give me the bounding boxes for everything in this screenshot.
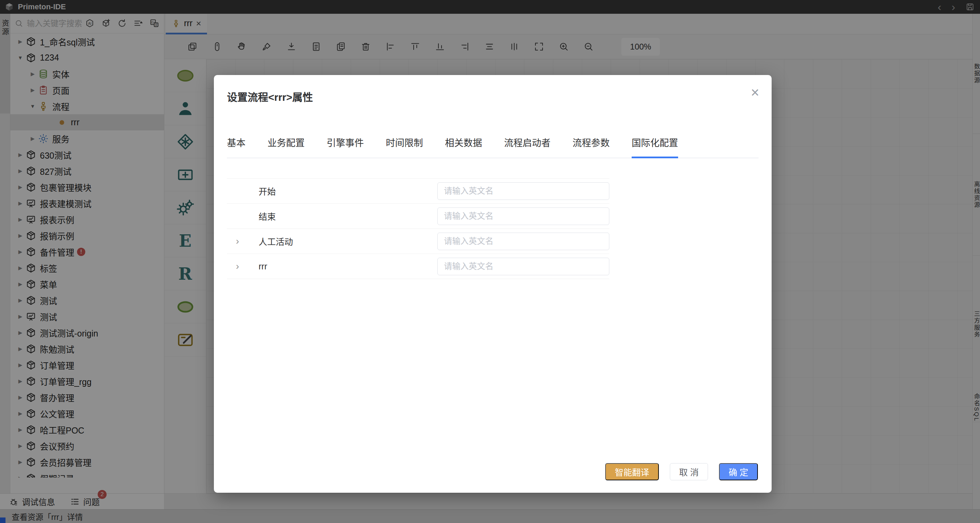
english-name-input[interactable] <box>438 258 609 275</box>
i18n-row: 开始 <box>227 179 609 204</box>
cancel-button[interactable]: 取 消 <box>670 463 708 480</box>
dialog-tab[interactable]: 流程参数 <box>573 136 610 158</box>
row-label: 人工活动 <box>259 235 438 247</box>
i18n-row: › 人工活动 <box>227 229 609 254</box>
dialog-tab[interactable]: 国际化配置 <box>632 136 678 158</box>
dialog-tab[interactable]: 相关数据 <box>445 136 482 158</box>
dialog-footer: 智能翻译 取 消 确 定 <box>605 463 758 480</box>
dialog-tab[interactable]: 基本 <box>227 136 245 158</box>
process-properties-dialog: 设置流程<rrr>属性 × 基本 业务配置 引擎事件 时间限制 相关数据 流程启… <box>214 75 772 493</box>
i18n-row: 结束 <box>227 204 609 229</box>
dialog-tab[interactable]: 业务配置 <box>267 136 305 158</box>
i18n-row: › rrr <box>227 254 609 279</box>
confirm-button[interactable]: 确 定 <box>719 463 758 480</box>
english-name-input[interactable] <box>438 182 609 200</box>
row-label: rrr <box>259 262 438 271</box>
smart-translate-button[interactable]: 智能翻译 <box>605 463 659 480</box>
dialog-title: 设置流程<rrr>属性 <box>227 89 313 104</box>
dialog-tabs: 基本 业务配置 引擎事件 时间限制 相关数据 流程启动者 流程参数 国际化配置 <box>227 136 759 158</box>
english-name-input[interactable] <box>438 207 609 225</box>
row-label: 开始 <box>259 185 438 197</box>
english-name-input[interactable] <box>438 233 609 250</box>
row-expand-icon[interactable]: › <box>232 261 259 272</box>
row-label: 结束 <box>259 210 438 222</box>
dialog-tab[interactable]: 流程启动者 <box>504 136 550 158</box>
primeton-ide-window: Primeton-IDE ‹ › 资源 AI <box>0 0 980 523</box>
dialog-tab[interactable]: 时间限制 <box>386 136 423 158</box>
row-expand-icon[interactable]: › <box>232 236 259 247</box>
i18n-config-rows: 开始 结束 › 人工活动 › rrr <box>227 178 609 279</box>
dialog-tab[interactable]: 引擎事件 <box>327 136 364 158</box>
dialog-close-icon[interactable]: × <box>751 85 759 100</box>
